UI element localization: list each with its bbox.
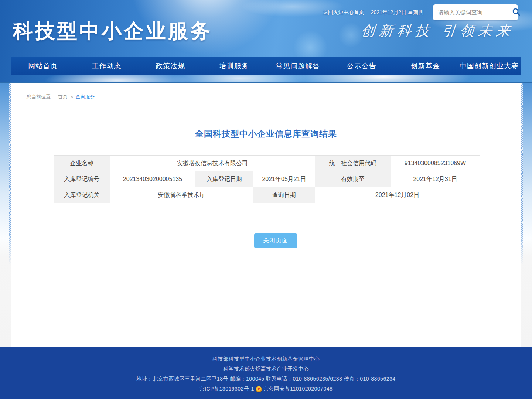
topbar: 返回火炬中心首页 2021年12月2日 星期四: [323, 4, 518, 20]
button-row: 关闭页面: [11, 233, 521, 248]
current-date-text: 2021年12月2日 星期四: [371, 9, 423, 16]
label-credit-code: 统一社会信用代码: [315, 156, 391, 171]
breadcrumb: 您当前位置： 首页 > 查询服务: [18, 83, 514, 105]
label-company-name: 企业名称: [54, 156, 110, 171]
value-query-date: 2021年12月02日: [315, 187, 480, 203]
value-registration-authority: 安徽省科学技术厅: [110, 187, 253, 203]
breadcrumb-home-link[interactable]: 首页: [58, 93, 68, 100]
breadcrumb-separator: >: [70, 94, 73, 100]
label-registration-date: 入库登记日期: [195, 171, 253, 187]
footer-center-name-2: 科学技术部火炬高技术产业开发中心: [223, 366, 309, 372]
site-title: 科技型中小企业服务: [13, 18, 212, 45]
nav-item-policies[interactable]: 政策法规: [139, 57, 202, 75]
header-banner: 科技型中小企业服务 创新科技 引领未来 返回火炬中心首页 2021年12月2日 …: [0, 0, 532, 83]
label-registration-authority: 入库登记机关: [54, 187, 110, 203]
nav-item-competition[interactable]: 中国创新创业大赛: [457, 57, 521, 75]
slogan-text: 创新科技 引领未来: [360, 21, 515, 40]
police-badge-icon: [256, 386, 262, 392]
close-page-button[interactable]: 关闭页面: [254, 233, 297, 248]
breadcrumb-label: 您当前位置：: [27, 93, 55, 100]
nav-item-training[interactable]: 培训服务: [202, 57, 266, 75]
search-icon: [512, 7, 521, 17]
footer-center-name-1: 科技部科技型中小企业技术创新基金管理中心: [212, 356, 320, 362]
value-valid-until: 2021年12月31日: [391, 171, 480, 187]
query-result-table: 企业名称 安徽塔孜信息技术有限公司 统一社会信用代码 9134030008523…: [54, 155, 480, 203]
table-row: 入库登记编号 202134030200005135 入库登记日期 2021年05…: [54, 171, 480, 187]
label-query-date: 查询日期: [253, 187, 315, 203]
nav-item-announcements[interactable]: 公示公告: [330, 57, 394, 75]
main-nav: 网站首页 工作动态 政策法规 培训服务 常见问题解答 公示公告 创新基金 中国创…: [11, 57, 521, 75]
footer-links-row: 京ICP备13019302号-1 京公网安备11010202007048: [200, 386, 333, 392]
footer-address-line: 地址：北京市西城区三里河二区甲18号 邮编：100045 联系电话：010-88…: [136, 376, 395, 382]
label-valid-until: 有效期至: [315, 171, 391, 187]
content-card: 您当前位置： 首页 > 查询服务 全国科技型中小企业信息库查询结果 企业名称 安…: [11, 83, 521, 347]
nav-item-home[interactable]: 网站首页: [11, 57, 75, 75]
value-registration-date: 2021年05月21日: [253, 171, 315, 187]
page-title: 全国科技型中小企业信息库查询结果: [11, 128, 521, 140]
icp-license-link[interactable]: 京ICP备13019302号-1: [200, 386, 254, 392]
label-registration-number: 入库登记编号: [54, 171, 110, 187]
page-background: 您当前位置： 首页 > 查询服务 全国科技型中小企业信息库查询结果 企业名称 安…: [0, 83, 532, 347]
nav-item-news[interactable]: 工作动态: [75, 57, 139, 75]
value-registration-number: 202134030200005135: [110, 171, 195, 187]
nav-item-innovation-fund[interactable]: 创新基金: [393, 57, 457, 75]
table-row: 入库登记机关 安徽省科学技术厅 查询日期 2021年12月02日: [54, 187, 480, 203]
search-box: [433, 4, 518, 20]
nav-item-faq[interactable]: 常见问题解答: [266, 57, 330, 75]
table-row: 企业名称 安徽塔孜信息技术有限公司 统一社会信用代码 9134030008523…: [54, 156, 480, 171]
topbar-texts: 返回火炬中心首页 2021年12月2日 星期四: [323, 9, 423, 16]
search-input[interactable]: [438, 9, 512, 16]
search-button[interactable]: [512, 7, 521, 18]
value-credit-code: 91340300085231069W: [391, 156, 480, 171]
footer: 科技部科技型中小企业技术创新基金管理中心 科学技术部火炬高技术产业开发中心 地址…: [0, 347, 532, 399]
breadcrumb-current-link[interactable]: 查询服务: [76, 93, 95, 100]
back-to-torch-home-link[interactable]: 返回火炬中心首页: [323, 9, 364, 16]
police-record-link[interactable]: 京公网安备11010202007048: [263, 386, 332, 392]
value-company-name: 安徽塔孜信息技术有限公司: [110, 156, 315, 171]
